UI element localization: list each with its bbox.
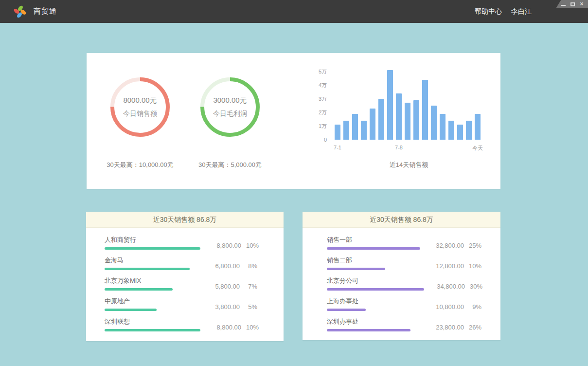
department-name: 销售二部 [327, 256, 423, 264]
today-profit-gauge: 3000.00元 今日毛利润 30天最高：5,000.00元 [177, 76, 284, 169]
department-sales-bar [327, 247, 420, 250]
customer-name: 北京万象MIX [105, 277, 199, 285]
sales-14d-bar-chart: 5万4万3万2万1万0 7-17-8今天 近14天销售额 [315, 68, 490, 180]
today-profit-value: 3000.00元 [213, 96, 247, 105]
bar [440, 114, 445, 140]
department-ranking-row: 深圳办事处 23,800.00 26% [327, 318, 481, 331]
close-icon[interactable]: × [579, 1, 584, 7]
customer-sales-bar [105, 247, 200, 250]
department-sales-percent: 30% [465, 283, 482, 290]
today-profit-30d-max: 30天最高：5,000.00元 [177, 161, 284, 169]
department-ranking-row: 销售一部 32,800.00 25% [327, 236, 481, 250]
bar [431, 106, 437, 140]
bar [352, 114, 358, 140]
bar [413, 100, 419, 140]
customer-sales-percent: 8% [240, 262, 257, 270]
customer-ranking-card: 近30天销售额 86.8万 人和商贸行 8,800.00 10% 金海马 6,8… [86, 212, 284, 341]
current-user-link[interactable]: 李白江 [511, 7, 532, 16]
department-sales-value: 23,800.00 [423, 324, 464, 331]
customer-sales-value: 8,800.00 [200, 242, 241, 249]
window-controls: × [556, 0, 588, 8]
department-sales-value: 32,800.00 [423, 242, 464, 249]
department-ranking-row: 上海办事处 10,800.00 9% [327, 297, 481, 311]
department-sales-value: 12,800.00 [423, 262, 464, 270]
department-sales-percent: 26% [464, 324, 481, 331]
bar [457, 125, 463, 140]
y-axis-tick: 1万 [315, 123, 327, 129]
customer-sales-value: 8,800.00 [200, 324, 241, 331]
app-logo-pinwheel-icon [13, 5, 27, 18]
customer-sales-bar [105, 309, 157, 311]
customer-sales-value: 3,800.00 [199, 303, 240, 311]
bar [448, 121, 454, 140]
department-sales-bar [327, 309, 366, 311]
bar [405, 103, 410, 140]
overview-card: 8000.00元 今日销售额 30天最高：10,000.00元 3000.00元… [87, 53, 500, 189]
bar [361, 121, 367, 140]
customer-sales-percent: 5% [240, 303, 257, 311]
bar [387, 70, 393, 140]
customer-name: 人和商贸行 [105, 236, 200, 244]
customer-ranking-row: 金海马 6,800.00 8% [105, 256, 257, 270]
department-sales-bar [327, 268, 385, 270]
bar [343, 121, 349, 140]
customer-sales-percent: 10% [241, 242, 259, 249]
today-sales-value: 8000.00元 [123, 96, 157, 105]
bar [370, 109, 375, 140]
maximize-icon[interactable] [570, 1, 575, 7]
bar-chart-bars [335, 68, 483, 140]
y-axis-tick: 0 [315, 136, 327, 143]
x-axis-tick: 7-8 [395, 145, 403, 150]
titlebar: 商贸通 帮助中心 李白江 × [0, 0, 588, 23]
department-sales-value: 34,800.00 [424, 283, 465, 290]
customer-sales-bar [105, 268, 190, 270]
department-ranking-card: 近30天销售额 86.8万 销售一部 32,800.00 25% 销售二部 12… [303, 212, 500, 340]
customer-name: 中原地产 [105, 297, 199, 305]
department-ranking-title: 近30天销售额 86.8万 [303, 212, 500, 228]
department-sales-bar [327, 288, 424, 291]
department-name: 上海办事处 [327, 297, 423, 305]
bar [466, 121, 472, 140]
department-ranking-row: 北京分公司 34,800.00 30% [327, 277, 481, 291]
customer-sales-bar [105, 329, 200, 331]
customer-ranking-row: 深圳联想 8,800.00 10% [105, 318, 257, 331]
department-name: 销售一部 [327, 236, 423, 244]
today-sales-label: 今日销售额 [123, 110, 157, 118]
department-sales-percent: 10% [464, 262, 481, 270]
bar [396, 93, 402, 140]
app-title: 商贸通 [34, 7, 57, 16]
x-axis-tick: 7-1 [334, 145, 341, 150]
customer-ranking-title: 近30天销售额 86.8万 [86, 212, 284, 228]
minimize-icon[interactable] [561, 1, 566, 7]
bar [335, 125, 340, 140]
bar [378, 99, 384, 140]
department-sales-percent: 25% [464, 242, 481, 249]
customer-ranking-row: 北京万象MIX 5,800.00 7% [105, 277, 257, 291]
help-center-link[interactable]: 帮助中心 [475, 7, 502, 16]
bar-chart-caption: 近14天销售额 [335, 161, 483, 169]
x-axis-tick: 今天 [472, 145, 483, 152]
department-sales-value: 10,800.00 [423, 303, 464, 311]
bar [422, 80, 428, 140]
y-axis-tick: 2万 [315, 109, 327, 116]
y-axis-tick: 4万 [315, 82, 327, 89]
bar [475, 114, 481, 140]
customer-sales-percent: 7% [240, 283, 257, 290]
y-axis-tick: 3万 [315, 95, 327, 102]
customer-sales-percent: 10% [241, 324, 259, 331]
department-name: 深圳办事处 [327, 318, 423, 326]
department-name: 北京分公司 [327, 277, 424, 285]
department-sales-bar [327, 329, 410, 331]
y-axis-tick: 5万 [315, 68, 327, 75]
department-ranking-row: 销售二部 12,800.00 10% [327, 256, 481, 270]
department-sales-percent: 9% [464, 303, 481, 311]
customer-name: 深圳联想 [105, 318, 200, 326]
customer-sales-value: 5,800.00 [199, 283, 240, 290]
customer-sales-value: 6,800.00 [199, 262, 240, 270]
customer-ranking-row: 中原地产 3,800.00 5% [105, 297, 257, 311]
customer-sales-bar [105, 288, 173, 291]
today-profit-label: 今日毛利润 [213, 110, 247, 118]
customer-name: 金海马 [105, 256, 199, 264]
customer-ranking-row: 人和商贸行 8,800.00 10% [105, 236, 257, 250]
